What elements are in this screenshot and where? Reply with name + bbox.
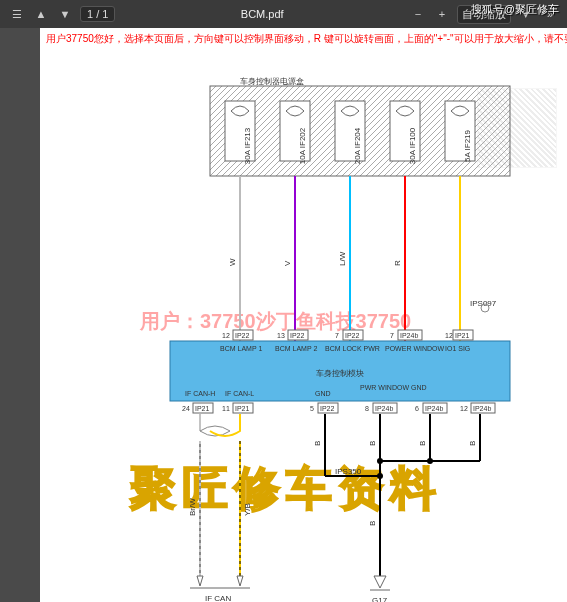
svg-text:IP24b: IP24b bbox=[400, 332, 418, 339]
svg-text:IPS097: IPS097 bbox=[470, 299, 497, 308]
zoom-out-icon[interactable]: − bbox=[409, 5, 427, 23]
svg-text:IF CAN-H: IF CAN-H bbox=[185, 390, 215, 397]
svg-text:13: 13 bbox=[277, 332, 285, 339]
ground-icon bbox=[374, 576, 386, 588]
svg-text:Y/B: Y/B bbox=[243, 503, 252, 516]
svg-text:B: B bbox=[368, 521, 377, 526]
svg-text:IPS350: IPS350 bbox=[335, 467, 362, 476]
svg-text:BCM LAMP 1: BCM LAMP 1 bbox=[220, 345, 262, 352]
svg-text:IO1 SIG: IO1 SIG bbox=[445, 345, 470, 352]
zoom-in-icon[interactable]: + bbox=[433, 5, 451, 23]
page-down-icon[interactable]: ▼ bbox=[56, 5, 74, 23]
module-name: 车身控制模块 bbox=[316, 369, 364, 378]
svg-text:30A IF100: 30A IF100 bbox=[408, 127, 417, 164]
fuse-4: 30A IF100 bbox=[390, 101, 420, 164]
can-twisted-pair: Br/W Y/B IF CAN bbox=[188, 414, 252, 602]
svg-text:IP22: IP22 bbox=[235, 332, 250, 339]
svg-text:12: 12 bbox=[222, 332, 230, 339]
svg-text:Br/W: Br/W bbox=[188, 498, 197, 516]
pdf-sidebar bbox=[0, 28, 40, 602]
svg-text:IP21: IP21 bbox=[455, 332, 470, 339]
svg-text:G17: G17 bbox=[372, 596, 388, 602]
page-up-icon[interactable]: ▲ bbox=[32, 5, 50, 23]
svg-text:IP24b: IP24b bbox=[375, 405, 393, 412]
svg-text:6: 6 bbox=[415, 405, 419, 412]
svg-text:7: 7 bbox=[335, 332, 339, 339]
attribution: 搜狐号@聚匠修车 bbox=[471, 2, 559, 17]
fusebox-title: 车身控制器电源盒 bbox=[240, 77, 304, 86]
svg-text:IP22: IP22 bbox=[345, 332, 360, 339]
fuse-2: 10A IF202 bbox=[280, 101, 310, 164]
svg-text:POWER WINDOW: POWER WINDOW bbox=[385, 345, 444, 352]
svg-text:30A IF213: 30A IF213 bbox=[243, 127, 252, 164]
svg-text:12: 12 bbox=[445, 332, 453, 339]
svg-point-73 bbox=[427, 458, 433, 464]
svg-text:W: W bbox=[228, 258, 237, 266]
svg-text:V: V bbox=[283, 260, 292, 266]
svg-text:IF CAN-L: IF CAN-L bbox=[225, 390, 254, 397]
sidebar-toggle-icon[interactable]: ☰ bbox=[8, 5, 26, 23]
fuse-3: 20A IF204 bbox=[335, 101, 365, 164]
svg-text:R: R bbox=[393, 260, 402, 266]
wiring-diagram: 车身控制器电源盒 30A IF213 10A IF202 20A IF204 bbox=[40, 46, 567, 602]
svg-text:IP21: IP21 bbox=[235, 405, 250, 412]
svg-text:IP22: IP22 bbox=[290, 332, 305, 339]
svg-text:B: B bbox=[313, 441, 322, 446]
svg-text:IP24b: IP24b bbox=[425, 405, 443, 412]
svg-point-72 bbox=[377, 458, 383, 464]
svg-text:5: 5 bbox=[310, 405, 314, 412]
svg-text:B: B bbox=[418, 441, 427, 446]
svg-point-70 bbox=[377, 473, 383, 479]
svg-text:8: 8 bbox=[365, 405, 369, 412]
svg-text:B: B bbox=[368, 441, 377, 446]
svg-text:L/W: L/W bbox=[338, 251, 347, 266]
svg-text:10A IF202: 10A IF202 bbox=[298, 127, 307, 164]
svg-text:BCM LAMP 2: BCM LAMP 2 bbox=[275, 345, 317, 352]
ground-wires: IPS350 B B B B B G17 bbox=[313, 414, 480, 602]
svg-text:20A IF204: 20A IF204 bbox=[353, 127, 362, 164]
svg-text:PWR WINDOW GND: PWR WINDOW GND bbox=[360, 384, 427, 391]
svg-text:IF CAN: IF CAN bbox=[205, 594, 231, 602]
svg-text:12: 12 bbox=[460, 405, 468, 412]
fuse-5: 5A IF219 bbox=[445, 101, 475, 162]
svg-text:GND: GND bbox=[315, 390, 331, 397]
svg-text:IP21: IP21 bbox=[195, 405, 210, 412]
svg-text:IP22: IP22 bbox=[320, 405, 335, 412]
svg-text:B: B bbox=[468, 441, 477, 446]
svg-text:24: 24 bbox=[182, 405, 190, 412]
pdf-page: 用户37750您好，选择本页面后，方向键可以控制界面移动，R 键可以旋转画面，上… bbox=[40, 28, 567, 602]
svg-text:IP24b: IP24b bbox=[473, 405, 491, 412]
doc-title: BCM.pdf bbox=[241, 8, 284, 20]
svg-text:11: 11 bbox=[222, 405, 230, 412]
svg-text:5A IF219: 5A IF219 bbox=[463, 129, 472, 162]
svg-text:7: 7 bbox=[390, 332, 394, 339]
fuse-1: 30A IF213 bbox=[225, 101, 255, 164]
page-indicator[interactable]: 1 / 1 bbox=[80, 6, 115, 22]
svg-text:BCM LOCK PWR: BCM LOCK PWR bbox=[325, 345, 380, 352]
